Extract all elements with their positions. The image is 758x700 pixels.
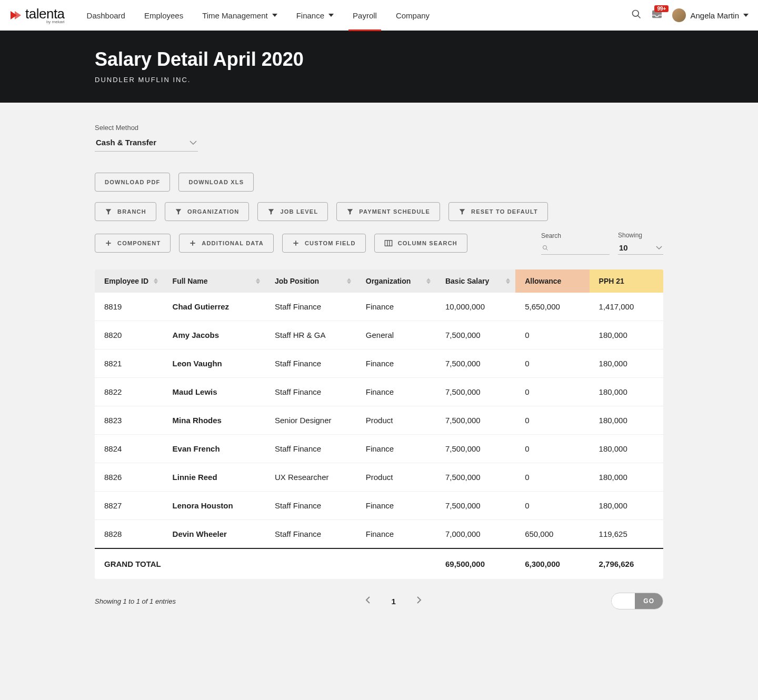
filter-icon [267,208,275,215]
cell-allowance: 0 [515,406,589,435]
reset-filters-button[interactable]: RESET TO DEFAULT [448,202,548,221]
grand-total-allowance: 6,300,000 [515,548,589,579]
cell-pph21: 180,000 [590,435,663,463]
select-method-value: Cash & Transfer [96,138,156,147]
table-row: 8820Amy JacobsStaff HR & GAGeneral7,500,… [95,321,663,349]
nav: Dashboard Employees Time Management Fina… [87,0,632,31]
cell-employee-id: 8820 [95,321,163,349]
search-label: Search [541,232,610,239]
salary-table: Employee ID Full Name Job Position Organ… [95,269,663,579]
cell-employee-id: 8822 [95,378,163,406]
content: Select Method Cash & Transfer DOWNLOAD P… [95,103,663,641]
showing-group: Showing 10 [618,232,663,255]
notifications-button[interactable]: 99+ [651,9,663,21]
pagination-info: Showing 1 to 1 of 1 entries [95,597,176,605]
cell-organization: Finance [356,492,436,520]
cell-full-name: Linnie Reed [163,463,265,492]
cell-organization: Finance [356,378,436,406]
cell-employee-id: 8823 [95,406,163,435]
nav-time-management[interactable]: Time Management [202,0,277,31]
cell-full-name: Lenora Houston [163,492,265,520]
th-full-name[interactable]: Full Name [163,269,265,293]
search-input[interactable] [552,244,609,252]
filter-branch-button[interactable]: BRANCH [95,202,156,221]
sort-icon [256,278,260,284]
filter-job-level-button[interactable]: JOB LEVEL [257,202,328,221]
cell-organization: Product [356,406,436,435]
cell-pph21: 1,417,000 [590,293,663,321]
topbar-right: 99+ Angela Martin [631,8,749,22]
th-allowance[interactable]: Allowance [515,269,589,293]
select-method-dropdown[interactable]: Cash & Transfer [95,135,198,152]
pagination-next[interactable] [417,596,422,606]
grand-total-pph: 2,796,626 [590,548,663,579]
pagination: Showing 1 to 1 of 1 entries 1 GO [95,593,663,641]
download-xls-button[interactable]: DOWNLOAD XLS [178,173,254,192]
cell-job-position: Staff Finance [265,492,356,520]
cell-full-name: Leon Vaughn [163,349,265,378]
cell-job-position: Staff Finance [265,349,356,378]
cell-allowance: 0 [515,378,589,406]
cell-basic-salary: 7,500,000 [436,349,515,378]
cell-basic-salary: 7,000,000 [436,520,515,549]
svg-line-13 [546,248,548,250]
showing-dropdown[interactable]: 10 [618,241,663,255]
plus-icon [105,239,112,247]
cell-basic-salary: 7,500,000 [436,406,515,435]
pagination-go-button[interactable]: GO [635,593,663,609]
column-search-button[interactable]: COLUMN SEARCH [374,234,467,253]
search-button[interactable] [631,9,642,22]
component-button[interactable]: COMPONENT [95,234,171,253]
cell-full-name: Amy Jacobs [163,321,265,349]
caret-down-icon [328,14,334,17]
cell-organization: Finance [356,293,436,321]
cell-job-position: Staff Finance [265,435,356,463]
cell-pph21: 180,000 [590,406,663,435]
showing-value: 10 [619,243,628,252]
cell-allowance: 0 [515,463,589,492]
caret-down-icon [272,14,277,17]
cell-basic-salary: 7,500,000 [436,463,515,492]
additional-data-button[interactable]: ADDITIONAL DATA [179,234,274,253]
search-icon [631,9,642,19]
nav-employees[interactable]: Employees [144,0,183,31]
filter-payment-schedule-button[interactable]: PAYMENT SCHEDULE [336,202,440,221]
cell-organization: Finance [356,435,436,463]
cell-employee-id: 8828 [95,520,163,549]
svg-line-1 [638,16,641,18]
search-group: Search [541,232,610,255]
nav-finance[interactable]: Finance [296,0,334,31]
sort-icon [426,278,431,284]
th-employee-id[interactable]: Employee ID [95,269,163,293]
cell-organization: Finance [356,349,436,378]
cell-pph21: 180,000 [590,378,663,406]
filter-icon [105,208,112,215]
th-pph21[interactable]: PPH 21 [590,269,663,293]
cell-organization: Product [356,463,436,492]
nav-payroll[interactable]: Payroll [353,0,377,31]
filter-organization-button[interactable]: ORGANIZATION [165,202,250,221]
cell-full-name: Chad Gutierrez [163,293,265,321]
pagination-prev[interactable] [365,596,370,606]
filter-icon [458,208,466,215]
logo[interactable]: talenta by mekari [9,7,65,24]
sort-icon [154,278,158,284]
cell-allowance: 0 [515,349,589,378]
download-pdf-button[interactable]: DOWNLOAD PDF [95,173,170,192]
nav-dashboard[interactable]: Dashboard [87,0,125,31]
cell-pph21: 180,000 [590,321,663,349]
pagination-go-input[interactable] [612,594,635,608]
th-organization[interactable]: Organization [356,269,436,293]
th-job-position[interactable]: Job Position [265,269,356,293]
th-basic-salary[interactable]: Basic Salary [436,269,515,293]
table-row: 8824Evan FrenchStaff FinanceFinance7,500… [95,435,663,463]
user-menu[interactable]: Angela Martin [672,8,749,22]
nav-company[interactable]: Company [396,0,430,31]
pagination-go: GO [611,593,663,609]
pagination-current: 1 [391,597,395,606]
cell-full-name: Mina Rhodes [163,406,265,435]
custom-field-button[interactable]: CUSTOM FIELD [282,234,366,253]
cell-job-position: UX Researcher [265,463,356,492]
plus-icon [189,239,196,247]
plus-icon [292,239,300,247]
